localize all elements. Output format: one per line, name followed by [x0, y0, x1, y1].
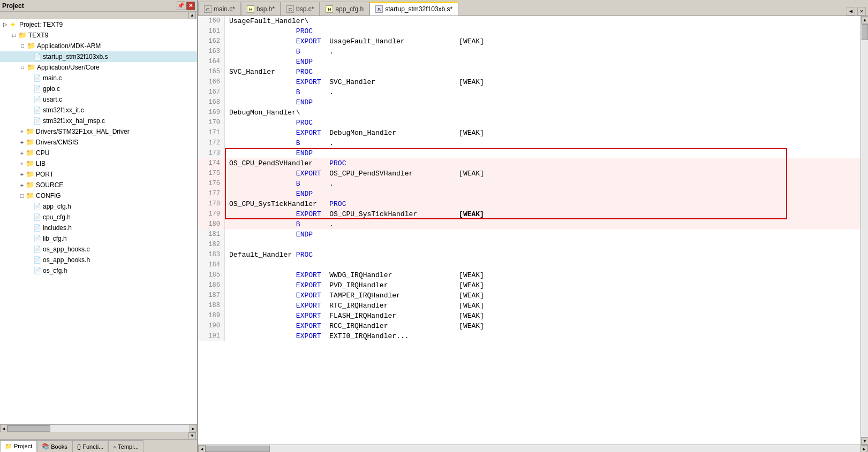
tree-hscroll-right[interactable]: ▶ — [190, 425, 197, 432]
code-line-172: 172 B . — [198, 138, 861, 148]
root-toggle[interactable]: ▷ — [1, 20, 10, 29]
line-code-164: ENDP — [225, 57, 313, 67]
line-code-166: EXPORT SVC_Handler [WEAK] — [225, 77, 484, 87]
code-hscroll-track[interactable] — [206, 445, 861, 452]
tab-scroll-right[interactable]: ✕ — [857, 7, 866, 16]
line-num-173: 173 — [198, 148, 225, 158]
line-num-181: 181 — [198, 229, 225, 240]
code-hscroll-left[interactable]: ◀ — [198, 445, 206, 452]
tree-drivers-stm32[interactable]: + 📁 Drivers/STM32F1xx_HAL_Driver — [0, 126, 197, 137]
app-cfg-h-label: app_cfg.h — [43, 202, 71, 211]
tree-lib[interactable]: + 📁 LIB — [0, 158, 197, 169]
code-tab-main-c[interactable]: C main.c* — [198, 2, 241, 16]
tree-hscroll-left[interactable]: ◀ — [0, 425, 7, 432]
code-tab-app-cfg-icon: H — [326, 5, 333, 13]
tree-app-mdk[interactable]: □ 📁 Application/MDK-ARM — [0, 41, 197, 51]
scrollbar-down[interactable]: ▼ — [861, 437, 868, 445]
code-line-170: 170 PROC — [198, 118, 861, 128]
line-code-165: SVC_Handler PROC — [225, 67, 313, 77]
line-code-187: EXPORT TAMPER_IRQHandler [WEAK] — [225, 290, 484, 301]
code-tab-bsp-c[interactable]: C bsp.c* — [281, 2, 320, 16]
tree-source[interactable]: + 📁 SOURCE — [0, 180, 197, 190]
code-content[interactable]: 160 UsageFault_Handler\ 161 PROC 162 EXP… — [198, 16, 861, 445]
tree-drivers-cmsis[interactable]: + 📁 Drivers/CMSIS — [0, 137, 197, 148]
tree-cpu-cfg-h[interactable]: 📄 cpu_cfg.h — [0, 212, 197, 223]
code-tab-startup[interactable]: S startup_stm32f103xb.s* — [369, 2, 458, 16]
line-code-170: PROC — [225, 118, 313, 128]
line-code-185: EXPORT WWDG_IRQHandler [WEAK] — [225, 270, 484, 280]
tree-app-user[interactable]: □ 📁 Application/User/Core — [0, 62, 197, 73]
code-line-178: 178 OS_CPU_SysTickHandler PROC — [198, 199, 861, 209]
line-num-179: 179 — [198, 209, 225, 219]
line-num-186: 186 — [198, 280, 225, 290]
code-line-189: 189 EXPORT FLASH_IRQHandler [WEAK] — [198, 311, 861, 321]
tab-templates-label: Templ... — [118, 443, 139, 450]
code-line-163: 163 B . — [198, 47, 861, 57]
line-num-172: 172 — [198, 138, 225, 148]
tree-text9[interactable]: □ 📁 TEXT9 — [0, 30, 197, 41]
tree-usart-c[interactable]: 📄 usart.c — [0, 94, 197, 105]
code-line-173: 173 ENDP — [198, 148, 861, 158]
left-panel: Project 📌 ✕ ▲ ▷ ✦ Project: TEXT9 □ 📁 — [0, 0, 198, 452]
tree-os-app-hooks-h[interactable]: 📄 os_app_hooks.h — [0, 255, 197, 265]
code-tab-app-cfg[interactable]: H app_cfg.h — [320, 2, 369, 16]
tree-os-app-hooks-c[interactable]: 📄 os_app_hooks.c — [0, 244, 197, 255]
code-tab-bsp-h-icon: H — [247, 5, 254, 13]
line-num-180: 180 — [198, 219, 225, 229]
tree-app-cfg-h[interactable]: 📄 app_cfg.h — [0, 201, 197, 212]
tree-cpu[interactable]: + 📁 CPU — [0, 148, 197, 158]
code-line-169: 169 DebugMon_Handler\ — [198, 108, 861, 118]
line-code-163: B . — [225, 47, 334, 57]
tree-lib-cfg-h[interactable]: 📄 lib_cfg.h — [0, 233, 197, 244]
tree-scroll-down[interactable]: ▼ — [188, 432, 196, 440]
pin-button[interactable]: 📌 — [177, 2, 185, 10]
code-scrollbar[interactable]: ▲ ▼ — [861, 16, 868, 445]
code-line-190: 190 EXPORT RCC_IRQHandler [WEAK] — [198, 321, 861, 331]
tree-root[interactable]: ▷ ✦ Project: TEXT9 — [0, 19, 197, 30]
text9-toggle[interactable]: □ — [10, 30, 18, 40]
scrollbar-up[interactable]: ▲ — [861, 16, 868, 24]
text9-label: TEXT9 — [28, 30, 48, 40]
tab-project[interactable]: 📁 Project — [0, 440, 37, 452]
app-user-toggle[interactable]: □ — [18, 63, 27, 72]
tree-gpio-c[interactable]: 📄 gpio.c — [0, 83, 197, 94]
close-button[interactable]: ✕ — [186, 2, 195, 10]
code-hscroll-right[interactable]: ▶ — [861, 445, 868, 452]
tree-port[interactable]: + 📁 PORT — [0, 169, 197, 180]
code-hscroll-thumb[interactable] — [206, 446, 270, 452]
app-mdk-toggle[interactable]: □ — [18, 41, 27, 51]
line-code-189: EXPORT FLASH_IRQHandler [WEAK] — [225, 311, 484, 321]
tree-startup[interactable]: 📄 startup_stm32f103xb.s — [0, 51, 197, 62]
scrollbar-track[interactable] — [861, 24, 868, 437]
tree-stm32-hal[interactable]: 📄 stm32f1xx_hal_msp.c — [0, 116, 197, 126]
tree-config[interactable]: □ 📁 CONFIG — [0, 190, 197, 201]
tree-main-c[interactable]: 📄 main.c — [0, 73, 197, 83]
code-line-180: 180 B . — [198, 219, 861, 229]
tab-functions-icon: {} — [77, 443, 81, 450]
main-c-label: main.c — [43, 73, 62, 83]
tab-books[interactable]: 📚 Books — [37, 440, 72, 452]
tab-scroll-left[interactable]: ◀ — [847, 7, 855, 16]
tree-os-cfg-h[interactable]: 📄 os_cfg.h — [0, 265, 197, 276]
tree-hscroll[interactable]: ◀ ▶ — [0, 424, 197, 432]
line-num-165: 165 — [198, 67, 225, 77]
line-code-186: EXPORT PVD_IRQHandler [WEAK] — [225, 280, 484, 290]
tab-functions[interactable]: {} Functi... — [72, 440, 108, 452]
tree-stm32-it[interactable]: 📄 stm32f1xx_it.c — [0, 105, 197, 116]
line-code-171: EXPORT DebugMon_Handler [WEAK] — [225, 128, 484, 138]
line-code-160: UsageFault_Handler\ — [225, 16, 308, 26]
line-code-184 — [225, 260, 229, 270]
tree-scroll-up[interactable]: ▲ — [188, 12, 196, 19]
scrollbar-thumb[interactable] — [862, 24, 868, 40]
line-num-168: 168 — [198, 97, 225, 108]
tree-includes-h[interactable]: 📄 includes.h — [0, 223, 197, 233]
line-code-173: ENDP — [225, 148, 313, 158]
code-tab-bsp-h[interactable]: H bsp.h* — [241, 2, 281, 16]
tab-books-icon: 📚 — [42, 443, 49, 450]
tree-container[interactable]: ▷ ✦ Project: TEXT9 □ 📁 TEXT9 □ 📁 Applica… — [0, 19, 197, 424]
code-hscroll[interactable]: ◀ ▶ — [198, 445, 868, 452]
code-line-185: 185 EXPORT WWDG_IRQHandler [WEAK] — [198, 270, 861, 280]
tab-templates[interactable]: ⬦ Templ... — [108, 440, 144, 452]
tab-project-label: Project — [14, 443, 32, 449]
includes-h-label: includes.h — [43, 223, 72, 233]
